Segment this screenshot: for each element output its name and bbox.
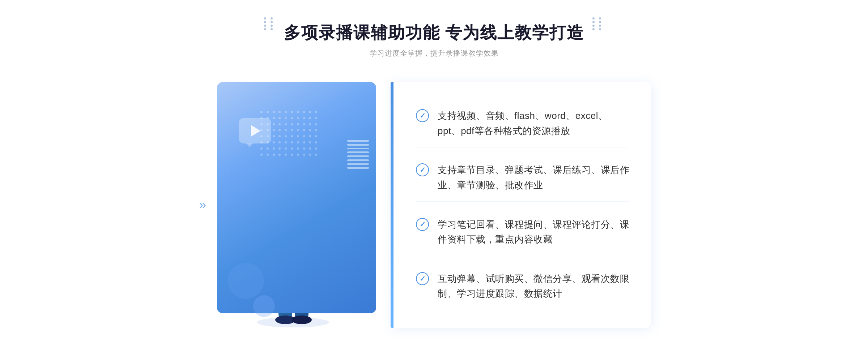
- feature-item-3: ✓ 学习笔记回看、课程提问、课程评论打分、课件资料下载，重点内容收藏: [416, 209, 629, 256]
- svg-point-4: [292, 315, 312, 324]
- play-bubble-inner: [239, 118, 271, 143]
- check-mark-4: ✓: [420, 275, 426, 282]
- check-circle-2: ✓: [416, 163, 429, 176]
- left-arrows: »: [199, 198, 206, 211]
- feature-item-2: ✓ 支持章节目录、弹题考试、课后练习、课后作业、章节测验、批改作业: [416, 154, 629, 202]
- check-icon-3: ✓: [416, 218, 429, 231]
- page-container: 多项录播课辅助功能 专为线上教学打造 学习进度全掌握，提升录播课教学效果: [0, 0, 868, 352]
- check-mark-2: ✓: [420, 166, 426, 173]
- stripes-decoration: [347, 140, 369, 169]
- feature-text-2: 支持章节目录、弹题考试、课后练习、课后作业、章节测验、批改作业: [438, 163, 629, 193]
- play-icon: [251, 125, 260, 137]
- deco-circle-2: [253, 295, 275, 317]
- header-section: 多项录播课辅助功能 专为线上教学打造 学习进度全掌握，提升录播课教学效果: [284, 22, 584, 58]
- check-circle-3: ✓: [416, 218, 429, 231]
- features-panel: ✓ 支持视频、音频、flash、word、excel、ppt、pdf等各种格式的…: [391, 82, 651, 328]
- check-circle-4: ✓: [416, 272, 429, 285]
- check-icon-4: ✓: [416, 272, 429, 285]
- dots-left-decoration: [264, 17, 276, 29]
- page-subtitle: 学习进度全掌握，提升录播课教学效果: [284, 48, 584, 58]
- illustration-panel: »: [217, 82, 391, 328]
- dots-right-decoration: [592, 17, 604, 29]
- check-circle-1: ✓: [416, 109, 429, 122]
- play-bubble: [239, 118, 271, 147]
- chevron-icon: »: [199, 198, 206, 211]
- check-mark-3: ✓: [420, 221, 426, 228]
- feature-text-4: 互动弹幕、试听购买、微信分享、观看次数限制、学习进度跟踪、数据统计: [438, 271, 629, 301]
- page-title: 多项录播课辅助功能 专为线上教学打造: [284, 22, 584, 44]
- feature-item-1: ✓ 支持视频、音频、flash、word、excel、ppt、pdf等各种格式的…: [416, 100, 629, 147]
- feature-text-3: 学习笔记回看、课程提问、课程评论打分、课件资料下载，重点内容收藏: [438, 217, 629, 247]
- deco-circle-1: [228, 263, 264, 299]
- check-icon-2: ✓: [416, 163, 429, 176]
- check-icon-1: ✓: [416, 109, 429, 122]
- check-mark-1: ✓: [420, 112, 426, 119]
- feature-text-1: 支持视频、音频、flash、word、excel、ppt、pdf等各种格式的资源…: [438, 108, 629, 138]
- feature-item-4: ✓ 互动弹幕、试听购买、微信分享、观看次数限制、学习进度跟踪、数据统计: [416, 263, 629, 310]
- content-area: » ✓ 支持视频、音频、flash、word、excel、ppt、pdf等各种格…: [217, 82, 651, 328]
